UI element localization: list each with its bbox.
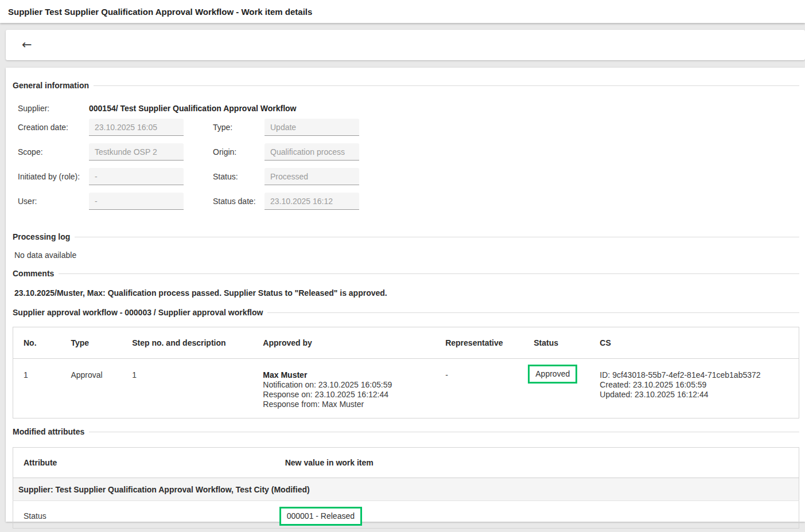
toolbar: ← (6, 30, 805, 60)
supplier-label: Supplier: (18, 104, 89, 113)
col-attribute: Attribute (13, 448, 275, 478)
cs-updated: Updated: 23.10.2025 16:12:44 (600, 390, 794, 400)
modified-attribute-name: Status (13, 501, 275, 529)
supplier-value: 000154/ Test Supplier Qualification Appr… (89, 104, 297, 113)
initiated-by-role-label: Initiated by (role): (18, 172, 89, 181)
approval-workflow-heading: Supplier approval workflow - 000003 / Su… (13, 308, 799, 316)
workflow-row-no: 1 (13, 359, 61, 418)
col-cs: CS (589, 327, 799, 359)
general-fields-grid: Creation date: 23.10.2025 16:05 Type: Up… (18, 119, 799, 210)
creation-date-label: Creation date: (18, 123, 89, 132)
scope-field: Testkunde OSP 2 (89, 143, 184, 161)
approver-name: Max Muster (263, 370, 430, 380)
col-status: Status (523, 327, 589, 359)
processing-log-heading: Processing log (13, 233, 799, 241)
status-field: Processed (265, 168, 359, 185)
col-step: Step no. and description (122, 327, 252, 359)
modified-group-header-row: Supplier: Test Supplier Qualification Ap… (13, 478, 799, 501)
modified-group-header: Supplier: Test Supplier Qualification Ap… (13, 478, 799, 501)
workflow-row-step: 1 (122, 359, 252, 418)
initiated-by-role-field: - (89, 168, 184, 185)
workflow-row: 1 Approval 1 Max Muster Notification on:… (13, 359, 799, 418)
col-no: No. (13, 327, 61, 359)
scope-label: Scope: (18, 147, 89, 157)
user-label: User: (18, 197, 89, 206)
comment-entry: 23.10.2025/Muster, Max: Qualification pr… (14, 288, 799, 298)
col-representative: Representative (435, 327, 523, 359)
processing-log-empty-text: No data available (14, 251, 799, 260)
response-from: Response from: Max Muster (263, 400, 430, 409)
modified-header-row: Attribute New value in work item (13, 448, 799, 478)
origin-field: Qualification process (265, 143, 359, 161)
type-field: Update (265, 119, 359, 136)
notification-on: Notification on: 23.10.2025 16:05:59 (263, 380, 430, 390)
workflow-row-cs: ID: 9cf43018-55b7-4ef2-81e4-71ceb1ab5372… (589, 359, 799, 418)
back-arrow-icon: ← (22, 38, 32, 52)
cs-created: Created: 23.10.2025 16:05:59 (600, 380, 794, 390)
cs-id: ID: 9cf43018-55b7-4ef2-81e4-71ceb1ab5372 (600, 370, 794, 380)
modified-attributes-heading: Modified attributes (13, 428, 799, 436)
workflow-row-approved-by: Max Muster Notification on: 23.10.2025 1… (252, 359, 435, 418)
approval-workflow-table: No. Type Step no. and description Approv… (13, 327, 799, 418)
status-date-field: 23.10.2025 16:12 (265, 193, 359, 210)
modified-attributes-table: Attribute New value in work item Supplie… (13, 447, 799, 529)
col-type: Type (60, 327, 122, 359)
workflow-header-row: No. Type Step no. and description Approv… (13, 327, 799, 359)
workflow-row-representative: - (435, 359, 523, 418)
general-information-heading: General information (13, 81, 799, 89)
status-approved-badge: Approved (528, 365, 577, 384)
comments-heading: Comments (13, 269, 799, 277)
creation-date-field: 23.10.2025 16:05 (89, 119, 184, 136)
modified-new-value: 000001 - Released (275, 501, 799, 529)
workflow-row-type: Approval (60, 359, 122, 418)
type-label: Type: (213, 123, 265, 132)
user-field: - (89, 193, 184, 210)
window-titlebar: Supplier Test Supplier Qualification App… (0, 0, 805, 23)
back-button[interactable]: ← (22, 39, 32, 51)
status-date-label: Status date: (213, 197, 265, 206)
supplier-row: Supplier: 000154/ Test Supplier Qualific… (18, 100, 799, 117)
col-new-value: New value in work item (275, 448, 799, 478)
col-approved-by: Approved by (252, 327, 435, 359)
response-on: Response on: 23.10.2025 16:12:44 (263, 390, 430, 400)
page-title: Supplier Test Supplier Qualification App… (8, 7, 312, 17)
released-value-badge: 000001 - Released (279, 507, 362, 526)
workflow-row-status: Approved (523, 359, 589, 418)
work-item-details-panel: General information Supplier: 000154/ Te… (6, 68, 805, 522)
modified-value-row: Status 000001 - Released (13, 501, 799, 529)
status-label: Status: (213, 172, 265, 181)
origin-label: Origin: (213, 147, 265, 157)
